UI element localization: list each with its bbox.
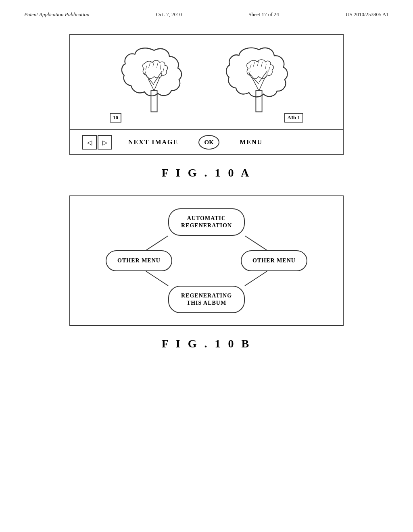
menu-other-right-label: OTHER MENU xyxy=(252,257,296,264)
right-tree-panel: AIb 1 xyxy=(219,43,299,123)
svg-line-29 xyxy=(245,271,267,286)
right-tree-svg xyxy=(219,43,299,123)
left-tree-svg xyxy=(114,43,194,123)
menu-other-left-label: OTHER MENU xyxy=(117,257,161,264)
header-patent: US 2010/253805 A1 xyxy=(346,11,389,18)
svg-line-18 xyxy=(250,64,251,69)
nav-left-icon: ◁ xyxy=(87,139,92,146)
figure-10a-container: 10 xyxy=(69,34,344,155)
nav-right-button[interactable]: ▷ xyxy=(98,135,112,150)
figure-10a-box: 10 xyxy=(69,34,344,155)
tree-section: 10 xyxy=(70,35,343,130)
svg-line-6 xyxy=(149,63,150,68)
svg-rect-0 xyxy=(151,91,157,112)
svg-line-17 xyxy=(259,71,267,83)
ok-label: OK xyxy=(204,139,214,146)
svg-line-20 xyxy=(257,61,259,66)
svg-line-27 xyxy=(245,236,267,250)
menu-auto-regen-label: AUTOMATIC REGENERATION xyxy=(181,215,232,229)
menu-regen-album-label: REGENERATING THIS ALBUM xyxy=(181,292,232,307)
menu-label: MENU xyxy=(240,139,263,146)
header-date: Oct. 7, 2010 xyxy=(156,11,182,18)
svg-line-10 xyxy=(163,68,164,72)
main-content: 10 xyxy=(0,18,413,366)
svg-line-26 xyxy=(146,236,168,250)
menu-other-left[interactable]: OTHER MENU xyxy=(106,250,172,271)
label-alb: AIb 1 xyxy=(284,113,303,123)
svg-line-19 xyxy=(253,62,255,67)
svg-line-2 xyxy=(154,77,160,91)
caption-10b: F I G . 1 0 B xyxy=(162,337,251,350)
header-sheet: Sheet 17 of 24 xyxy=(248,11,279,18)
svg-line-22 xyxy=(265,64,266,69)
page-header: Patent Application Publication Oct. 7, 2… xyxy=(0,0,413,18)
svg-line-21 xyxy=(261,62,263,67)
nav-buttons: ◁ ▷ xyxy=(82,135,112,150)
svg-rect-13 xyxy=(256,91,262,112)
menu-diagram-inner: AUTOMATIC REGENERATION OTHER MENU OTHER … xyxy=(106,208,307,313)
menu-other-right[interactable]: OTHER MENU xyxy=(241,250,307,271)
svg-line-7 xyxy=(153,62,154,66)
svg-line-1 xyxy=(148,79,154,91)
svg-line-28 xyxy=(146,271,168,286)
figure-10b-container: AUTOMATIC REGENERATION OTHER MENU OTHER … xyxy=(69,195,344,326)
left-tree-panel: 10 xyxy=(114,43,194,123)
nav-left-button[interactable]: ◁ xyxy=(82,135,97,150)
menu-auto-regen[interactable]: AUTOMATIC REGENERATION xyxy=(168,208,245,236)
svg-line-23 xyxy=(269,67,270,71)
label-10: 10 xyxy=(110,113,121,123)
header-publication: Patent Application Publication xyxy=(24,11,90,18)
svg-line-9 xyxy=(160,64,161,69)
figure-10b-box: AUTOMATIC REGENERATION OTHER MENU OTHER … xyxy=(69,195,344,326)
next-image-label: NEXT IMAGE xyxy=(128,139,178,146)
svg-line-8 xyxy=(157,63,158,68)
nav-right-icon: ▷ xyxy=(102,139,107,146)
menu-regen-album[interactable]: REGENERATING THIS ALBUM xyxy=(168,286,245,313)
caption-10a: F I G . 1 0 A xyxy=(162,166,251,179)
svg-line-5 xyxy=(146,65,147,69)
control-bar: ◁ ▷ NEXT IMAGE OK MENU xyxy=(70,130,343,154)
ok-button[interactable]: OK xyxy=(198,135,219,150)
